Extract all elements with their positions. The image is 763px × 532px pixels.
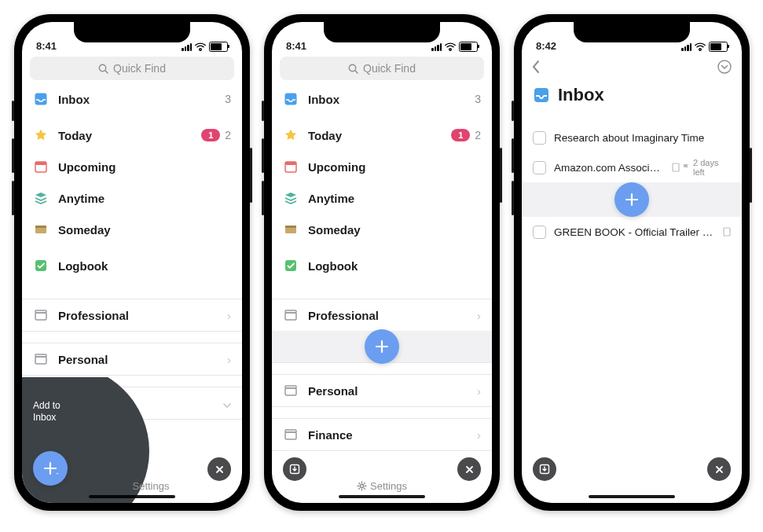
task-title: Research about Imaginary Time (554, 132, 704, 144)
checkbox[interactable] (533, 161, 546, 174)
settings-link[interactable]: Settings (133, 480, 170, 492)
area-professional[interactable]: Professional › (22, 299, 242, 331)
today-badge: 1 (201, 129, 220, 141)
drop-target-slot[interactable] (522, 182, 742, 217)
svg-line-15 (355, 71, 358, 73)
svg-rect-7 (35, 260, 46, 271)
task-due: 2 days left (693, 158, 731, 177)
collapse-button[interactable] (717, 59, 732, 78)
tray-down-icon (539, 464, 550, 475)
area-icon (283, 307, 299, 323)
drawer-icon (33, 222, 49, 237)
svg-rect-24 (285, 388, 296, 395)
checkbox[interactable] (533, 226, 546, 239)
nav-label: Today (58, 129, 92, 142)
chevron-right-icon: › (477, 309, 481, 322)
dragging-fab[interactable] (365, 329, 399, 364)
settings-link[interactable]: Settings (357, 480, 407, 492)
area-label: Personal (308, 384, 358, 398)
svg-rect-31 (534, 88, 548, 102)
svg-rect-18 (285, 162, 296, 165)
nav-anytime[interactable]: Anytime (272, 182, 492, 214)
task-row[interactable]: Research about Imaginary Time (522, 123, 742, 152)
search-bar[interactable]: Quick Find (280, 57, 484, 80)
chevron-right-icon: › (227, 309, 231, 322)
area-personal[interactable]: Personal › (272, 375, 492, 406)
area-label: Professional (308, 309, 379, 322)
wifi-icon (445, 43, 456, 51)
inbox-icon (533, 86, 550, 104)
nav-inbox[interactable]: Inbox 3 (22, 83, 242, 115)
status-time: 8:41 (36, 40, 57, 52)
sidebar-list: Inbox 3 Today 1 2 Upcoming Anytime (272, 83, 492, 468)
nav-today[interactable]: Today 1 2 (22, 119, 242, 151)
phone-3: 8:42 Inbox Research about Imaginary Time… (514, 14, 750, 511)
chevron-down-icon (223, 397, 231, 410)
area-icon (33, 395, 49, 411)
area-label: Finance (308, 428, 353, 442)
nav-inbox[interactable]: Inbox 3 (272, 83, 492, 115)
new-task-fab[interactable] (33, 451, 68, 486)
archive-button[interactable] (283, 457, 306, 481)
close-icon (215, 465, 224, 474)
area-finance[interactable]: Finance (22, 387, 242, 419)
checkbox[interactable] (533, 131, 546, 145)
close-icon (715, 465, 724, 474)
svg-rect-12 (35, 401, 46, 408)
area-professional[interactable]: Professional › (272, 299, 492, 331)
area-label: Personal (58, 353, 108, 366)
task-title: GREEN BOOK - Official Trailer [HD... (554, 226, 715, 238)
tray-down-icon (289, 464, 300, 475)
nav-upcoming[interactable]: Upcoming (272, 151, 492, 182)
svg-rect-20 (285, 226, 296, 228)
svg-rect-2 (35, 94, 47, 105)
battery-icon (709, 42, 728, 52)
calendar-icon (283, 159, 299, 174)
notch (74, 22, 190, 42)
nav-logbook[interactable]: Logbook (272, 250, 492, 281)
phone-1: 8:41 Quick Find Inbox 3 Today (14, 14, 250, 511)
drawer-icon (283, 222, 299, 237)
close-icon (465, 465, 474, 474)
stack-icon (283, 190, 299, 206)
nav-label: Inbox (58, 93, 90, 106)
drop-target-slot[interactable] (272, 331, 492, 362)
flag-icon (683, 163, 690, 172)
search-icon (98, 64, 108, 74)
task-row[interactable]: GREEN BOOK - Official Trailer [HD... (522, 217, 742, 247)
nav-anytime[interactable]: Anytime (22, 182, 242, 214)
area-icon (283, 427, 299, 442)
search-bar[interactable]: Quick Find (30, 57, 234, 80)
wifi-icon (195, 43, 206, 51)
chevron-right-icon: › (477, 384, 481, 398)
nav-someday[interactable]: Someday (22, 214, 242, 245)
note-icon (672, 163, 680, 172)
page-title: Inbox (522, 82, 742, 112)
svg-rect-8 (35, 313, 46, 320)
area-personal[interactable]: Personal › (22, 343, 242, 375)
close-button[interactable] (457, 457, 481, 481)
nav-logbook[interactable]: Logbook (22, 250, 242, 281)
nav-label: Logbook (58, 259, 108, 273)
home-indicator (339, 495, 425, 498)
nav-today[interactable]: Today 1 2 (272, 119, 492, 151)
search-placeholder: Quick Find (363, 62, 416, 75)
svg-rect-10 (35, 357, 46, 364)
status-time: 8:42 (536, 40, 556, 52)
archive-button[interactable] (533, 457, 556, 481)
svg-rect-25 (285, 386, 296, 388)
close-button[interactable] (207, 457, 231, 481)
nav-upcoming[interactable]: Upcoming (22, 151, 242, 182)
task-row[interactable]: Amazon.com Associat... 2 days left (522, 152, 742, 182)
svg-point-14 (349, 64, 355, 71)
svg-rect-11 (35, 354, 46, 357)
note-icon (723, 227, 731, 237)
nav-someday[interactable]: Someday (272, 214, 492, 245)
close-button[interactable] (707, 457, 731, 481)
dragging-fab[interactable] (614, 182, 649, 217)
nav-label: Someday (308, 223, 361, 237)
svg-point-0 (99, 64, 105, 71)
back-button[interactable] (531, 60, 541, 77)
chevron-right-icon: › (227, 353, 231, 366)
area-finance[interactable]: Finance › (272, 419, 492, 450)
